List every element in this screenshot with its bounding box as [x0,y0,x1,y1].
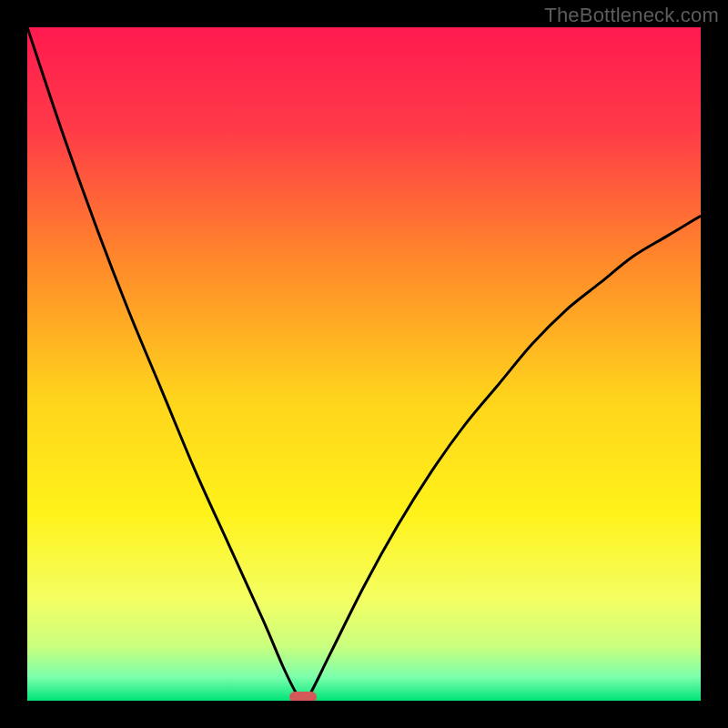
optimum-marker [289,692,317,701]
background-gradient [27,27,701,701]
watermark-text: TheBottleneck.com [544,4,719,27]
svg-rect-0 [27,27,701,701]
plot-area [27,27,701,701]
outer-frame: TheBottleneck.com [0,0,728,728]
